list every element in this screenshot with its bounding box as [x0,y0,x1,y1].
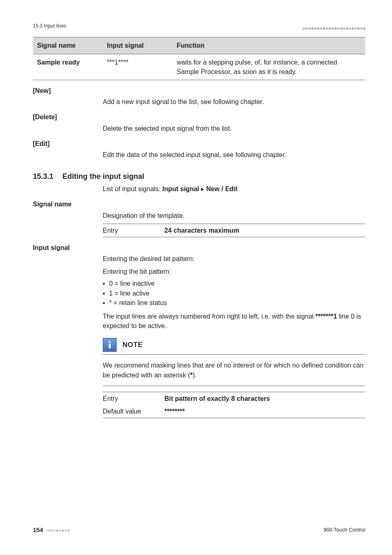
field-input-signal-label: Input signal [33,243,365,252]
term-new-body: Add a new input signal to the list, see … [103,97,365,106]
field-input-signal-l2: Entering the bit pattern: [103,267,365,276]
field-input-signal-l1: Entering the desired bit pattern: [103,254,365,264]
section-lead-prefix: List of input signals: [103,185,162,192]
list-item: 0 = line inactive [103,279,365,288]
term-delete-body: Delete the selected input signal from th… [103,124,365,133]
footer-dots [47,530,69,532]
section-heading: 15.3.1 Editing the input signal [33,171,365,182]
svg-rect-1 [109,344,111,349]
info-icon [103,338,117,352]
term-new-label: [New] [33,86,365,95]
entry-block-input-signal: Entry Bit pattern of exactly 8 character… [103,392,365,418]
para-prefix: The input lines are always numbered from… [103,313,316,320]
footer-product: 900 Touch Control [324,526,365,534]
term-delete: [Delete] Delete the selected input signa… [33,112,365,133]
field-input-signal: Input signal Entering the desired bit pa… [33,243,365,264]
page-footer: 154 900 Touch Control [33,525,365,534]
section-ref: 15.3 Input lines [33,23,66,30]
td-signal-name: Sample ready [33,54,103,80]
bit-pattern-list: 0 = line inactive 1 = line active * = re… [103,279,365,308]
section-number: 15.3.1 [33,171,53,182]
th-signal-name: Signal name [33,37,103,54]
footer-left: 154 [33,525,69,534]
section-lead: List of input signals: Input signal ▸ Ne… [103,184,365,194]
list-item: * = retain line status [103,298,365,308]
term-edit: [Edit] Edit the data of the selected inp… [33,139,365,160]
para-code: *******1 [316,313,337,320]
th-function: Function [173,37,365,54]
note-body-suffix: ). [193,372,197,379]
table-row: Sample ready ***1**** waits for a steppi… [33,54,365,80]
svg-point-0 [109,341,111,343]
entry-label: Entry [103,226,164,235]
term-edit-body: Edit the data of the selected input sign… [103,150,365,160]
header-dots [303,28,365,30]
note-title: NOTE [122,340,143,350]
page-number: 154 [33,526,43,533]
note-box: NOTE We recommend masking lines that are… [103,338,365,386]
section-title: Editing the input signal [62,171,144,182]
field-signal-name-desc: Designation of the template. [103,211,365,220]
entry-block-signal-name: Entry 24 characters maximum [103,224,365,237]
input-signal-paragraph: The input lines are always numbered from… [103,312,365,331]
signal-table: Signal name Input signal Function Sample… [33,37,365,80]
list-item: 1 = line active [103,289,365,298]
page-header: 15.3 Input lines [33,23,365,30]
section-lead-b2: New / Edit [206,185,238,192]
field-signal-name-label: Signal name [33,199,365,209]
note-body: We recommend masking lines that are of n… [103,355,365,386]
entry-label: Entry [103,394,164,403]
entry-value: 24 characters maximum [164,226,239,235]
default-label: Default value [103,407,164,416]
term-new: [New] Add a new input signal to the list… [33,86,365,106]
th-input-signal: Input signal [103,37,173,54]
entry-value: Bit pattern of exactly 8 characters [164,394,270,403]
default-value: ******** [164,407,185,416]
section-lead-b1: Input signal [162,185,199,192]
note-body-prefix: We recommend masking lines that are of n… [103,362,364,378]
field-signal-name: Signal name Designation of the template. [33,199,365,220]
table-header-row: Signal name Input signal Function [33,37,365,54]
td-function: waits for a stepping pulse, of, for inst… [173,54,365,80]
term-edit-label: [Edit] [33,139,365,148]
td-input-signal: ***1**** [103,54,173,80]
term-delete-label: [Delete] [33,112,365,122]
note-head: NOTE [103,338,365,355]
section-lead-sep: ▸ [199,185,206,192]
